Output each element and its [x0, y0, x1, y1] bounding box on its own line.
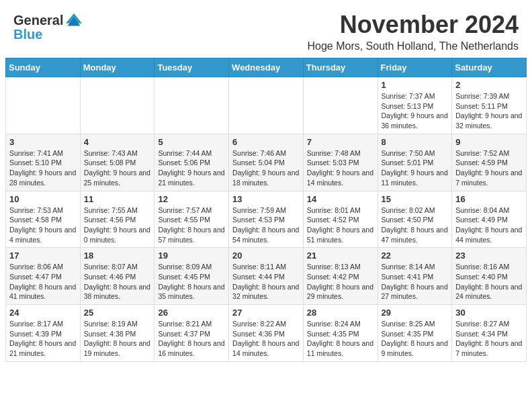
- calendar-cell: [80, 77, 154, 134]
- header-saturday: Saturday: [452, 58, 527, 77]
- calendar-cell: 21Sunrise: 8:13 AM Sunset: 4:42 PM Dayli…: [303, 248, 378, 305]
- logo-icon: [64, 11, 83, 30]
- calendar-cell: 18Sunrise: 8:07 AM Sunset: 4:46 PM Dayli…: [80, 248, 154, 305]
- calendar-cell: 16Sunrise: 8:04 AM Sunset: 4:49 PM Dayli…: [452, 191, 527, 248]
- day-number: 26: [158, 308, 225, 318]
- day-info: Sunrise: 7:48 AM Sunset: 5:03 PM Dayligh…: [307, 148, 374, 188]
- header-friday: Friday: [378, 58, 452, 77]
- calendar-header: Sunday Monday Tuesday Wednesday Thursday…: [6, 58, 527, 77]
- day-number: 25: [84, 308, 151, 318]
- day-number: 27: [232, 308, 300, 318]
- calendar-cell: [154, 77, 229, 134]
- day-number: 15: [382, 194, 449, 204]
- day-info: Sunrise: 8:16 AM Sunset: 4:40 PM Dayligh…: [455, 262, 523, 302]
- calendar-cell: 6Sunrise: 7:46 AM Sunset: 5:04 PM Daylig…: [229, 134, 304, 191]
- day-number: 30: [455, 308, 523, 318]
- location-title: Hoge Mors, South Holland, The Netherland…: [307, 40, 519, 52]
- calendar-cell: 7Sunrise: 7:48 AM Sunset: 5:03 PM Daylig…: [303, 134, 378, 191]
- day-number: 16: [455, 194, 523, 204]
- day-number: 11: [84, 194, 151, 204]
- calendar-body: 1Sunrise: 7:37 AM Sunset: 5:13 PM Daylig…: [6, 77, 527, 362]
- day-info: Sunrise: 8:01 AM Sunset: 4:52 PM Dayligh…: [307, 205, 374, 245]
- calendar-cell: 24Sunrise: 8:17 AM Sunset: 4:39 PM Dayli…: [6, 305, 81, 362]
- day-info: Sunrise: 8:07 AM Sunset: 4:46 PM Dayligh…: [84, 262, 151, 302]
- day-number: 5: [158, 137, 225, 147]
- day-info: Sunrise: 8:13 AM Sunset: 4:42 PM Dayligh…: [307, 262, 374, 302]
- day-number: 8: [382, 137, 449, 147]
- calendar-wrapper: Sunday Monday Tuesday Wednesday Thursday…: [0, 58, 532, 367]
- logo-general: General: [13, 13, 63, 28]
- day-number: 7: [307, 137, 374, 147]
- day-info: Sunrise: 7:50 AM Sunset: 5:01 PM Dayligh…: [382, 148, 449, 188]
- day-number: 2: [455, 80, 523, 90]
- day-info: Sunrise: 8:22 AM Sunset: 4:36 PM Dayligh…: [232, 319, 300, 359]
- day-number: 21: [307, 250, 374, 261]
- calendar-cell: 30Sunrise: 8:27 AM Sunset: 4:34 PM Dayli…: [452, 305, 527, 362]
- calendar-week-5: 24Sunrise: 8:17 AM Sunset: 4:39 PM Dayli…: [6, 305, 527, 362]
- day-info: Sunrise: 7:55 AM Sunset: 4:56 PM Dayligh…: [84, 205, 151, 245]
- calendar-cell: [229, 77, 304, 134]
- day-number: 6: [232, 137, 300, 147]
- day-number: 13: [232, 194, 300, 204]
- calendar-cell: 23Sunrise: 8:16 AM Sunset: 4:40 PM Dayli…: [452, 248, 527, 305]
- logo: General Blue: [13, 11, 83, 42]
- day-info: Sunrise: 8:06 AM Sunset: 4:47 PM Dayligh…: [9, 262, 77, 302]
- day-info: Sunrise: 8:04 AM Sunset: 4:49 PM Dayligh…: [455, 205, 523, 245]
- header-thursday: Thursday: [303, 58, 378, 77]
- day-number: 18: [84, 250, 151, 261]
- day-number: 10: [9, 194, 77, 204]
- calendar-cell: 15Sunrise: 8:02 AM Sunset: 4:50 PM Dayli…: [378, 191, 452, 248]
- day-info: Sunrise: 7:53 AM Sunset: 4:58 PM Dayligh…: [9, 205, 77, 245]
- calendar-cell: 2Sunrise: 7:39 AM Sunset: 5:11 PM Daylig…: [452, 77, 527, 134]
- day-number: 24: [9, 308, 77, 318]
- calendar-cell: 14Sunrise: 8:01 AM Sunset: 4:52 PM Dayli…: [303, 191, 378, 248]
- calendar-cell: 12Sunrise: 7:57 AM Sunset: 4:55 PM Dayli…: [154, 191, 229, 248]
- day-number: 19: [158, 250, 225, 261]
- calendar-cell: 13Sunrise: 7:59 AM Sunset: 4:53 PM Dayli…: [229, 191, 304, 248]
- calendar-cell: 9Sunrise: 7:52 AM Sunset: 4:59 PM Daylig…: [452, 134, 527, 191]
- day-number: 20: [232, 250, 300, 261]
- calendar-table: Sunday Monday Tuesday Wednesday Thursday…: [5, 58, 527, 362]
- header-sunday: Sunday: [6, 58, 81, 77]
- day-info: Sunrise: 8:09 AM Sunset: 4:45 PM Dayligh…: [158, 262, 225, 302]
- day-info: Sunrise: 7:41 AM Sunset: 5:10 PM Dayligh…: [9, 148, 77, 188]
- month-title: November 2024: [307, 11, 519, 39]
- logo-text: General: [13, 13, 63, 28]
- weekday-header-row: Sunday Monday Tuesday Wednesday Thursday…: [6, 58, 527, 77]
- calendar-cell: [6, 77, 81, 134]
- calendar-cell: 25Sunrise: 8:19 AM Sunset: 4:38 PM Dayli…: [80, 305, 154, 362]
- calendar-week-4: 17Sunrise: 8:06 AM Sunset: 4:47 PM Dayli…: [6, 248, 527, 305]
- calendar-cell: 19Sunrise: 8:09 AM Sunset: 4:45 PM Dayli…: [154, 248, 229, 305]
- header: General Blue November 2024 Hoge Mors, So…: [0, 0, 532, 58]
- day-number: 17: [9, 250, 77, 261]
- day-number: 14: [307, 194, 374, 204]
- day-number: 4: [84, 137, 151, 147]
- calendar-cell: 29Sunrise: 8:25 AM Sunset: 4:35 PM Dayli…: [378, 305, 452, 362]
- day-info: Sunrise: 7:59 AM Sunset: 4:53 PM Dayligh…: [232, 205, 300, 245]
- day-number: 9: [455, 137, 523, 147]
- calendar-cell: 10Sunrise: 7:53 AM Sunset: 4:58 PM Dayli…: [6, 191, 81, 248]
- day-number: 28: [307, 308, 374, 318]
- day-info: Sunrise: 7:57 AM Sunset: 4:55 PM Dayligh…: [158, 205, 225, 245]
- day-info: Sunrise: 8:11 AM Sunset: 4:44 PM Dayligh…: [232, 262, 300, 302]
- calendar-cell: 22Sunrise: 8:14 AM Sunset: 4:41 PM Dayli…: [378, 248, 452, 305]
- day-info: Sunrise: 7:52 AM Sunset: 4:59 PM Dayligh…: [455, 148, 523, 188]
- day-number: 3: [9, 137, 77, 147]
- day-info: Sunrise: 7:37 AM Sunset: 5:13 PM Dayligh…: [382, 91, 449, 131]
- day-info: Sunrise: 7:43 AM Sunset: 5:08 PM Dayligh…: [84, 148, 151, 188]
- header-wednesday: Wednesday: [229, 58, 304, 77]
- day-info: Sunrise: 8:21 AM Sunset: 4:37 PM Dayligh…: [158, 319, 225, 359]
- calendar-cell: 1Sunrise: 7:37 AM Sunset: 5:13 PM Daylig…: [378, 77, 452, 134]
- title-area: November 2024 Hoge Mors, South Holland, …: [307, 11, 519, 52]
- calendar-week-1: 1Sunrise: 7:37 AM Sunset: 5:13 PM Daylig…: [6, 77, 527, 134]
- calendar-cell: 8Sunrise: 7:50 AM Sunset: 5:01 PM Daylig…: [378, 134, 452, 191]
- day-info: Sunrise: 7:46 AM Sunset: 5:04 PM Dayligh…: [232, 148, 300, 188]
- day-number: 22: [382, 250, 449, 261]
- calendar-cell: 17Sunrise: 8:06 AM Sunset: 4:47 PM Dayli…: [6, 248, 81, 305]
- day-number: 12: [158, 194, 225, 204]
- calendar-cell: 5Sunrise: 7:44 AM Sunset: 5:06 PM Daylig…: [154, 134, 229, 191]
- day-info: Sunrise: 8:25 AM Sunset: 4:35 PM Dayligh…: [382, 319, 449, 359]
- calendar-cell: 3Sunrise: 7:41 AM Sunset: 5:10 PM Daylig…: [6, 134, 81, 191]
- calendar-cell: [303, 77, 378, 134]
- header-monday: Monday: [80, 58, 154, 77]
